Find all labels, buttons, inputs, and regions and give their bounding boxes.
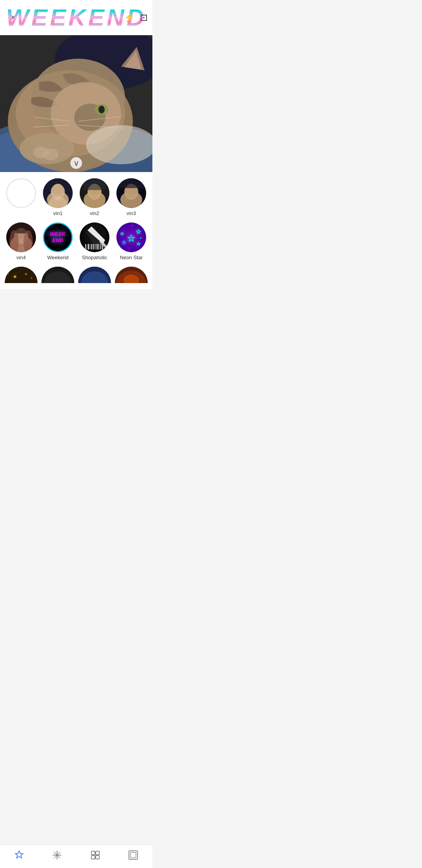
svg-point-65 <box>140 237 141 239</box>
svg-rect-52 <box>93 244 94 249</box>
filter-vin2[interactable]: vin2 <box>78 178 111 216</box>
svg-text:★: ★ <box>122 240 126 245</box>
svg-rect-49 <box>88 244 89 249</box>
filter-partial-4-circle <box>115 267 148 283</box>
svg-text:★: ★ <box>13 273 18 280</box>
svg-rect-47 <box>85 244 86 249</box>
svg-rect-55 <box>97 244 98 249</box>
filter-partial-2-circle <box>41 267 74 283</box>
filter-vin4-preview <box>6 222 36 252</box>
filter-vin2-preview <box>80 178 109 208</box>
filter-partial-2[interactable] <box>41 267 74 283</box>
weekend-filter-text: WEEKEND <box>50 231 66 243</box>
svg-rect-56 <box>99 244 100 249</box>
filter-vin1-preview <box>43 178 73 208</box>
filter-none-circle <box>6 178 36 208</box>
filter-vin3-label: vin3 <box>127 210 136 216</box>
svg-rect-50 <box>90 244 90 249</box>
filter-partial-1[interactable]: ★ ★ ★ ★ <box>5 267 38 283</box>
filter-vin4[interactable]: vin4 <box>5 222 38 260</box>
filter-vin3-preview <box>116 178 146 208</box>
svg-point-19 <box>43 149 59 160</box>
svg-rect-51 <box>91 244 92 249</box>
svg-rect-57 <box>100 244 101 249</box>
filter-weekend-label: Weekend <box>47 255 69 260</box>
filter-shopaholic-circle <box>80 222 109 252</box>
filter-vin3-circle <box>116 178 146 208</box>
svg-rect-53 <box>95 244 95 249</box>
svg-rect-35 <box>118 178 144 188</box>
filter-none[interactable] <box>5 178 38 210</box>
collapse-chevron[interactable]: ∨ <box>70 157 82 169</box>
filter-weekend-circle: WEEKEND <box>43 222 73 252</box>
svg-text:★: ★ <box>127 233 135 243</box>
save-icon[interactable]: ⊡ <box>140 12 148 23</box>
svg-rect-30 <box>84 178 106 190</box>
filter-row-1: vin1 vin2 <box>5 178 148 216</box>
svg-rect-48 <box>87 244 87 249</box>
svg-point-10 <box>98 106 105 113</box>
filter-vin2-circle <box>80 178 109 208</box>
filter-partial-1-circle: ★ ★ ★ ★ <box>5 267 38 283</box>
filter-neonstar[interactable]: ★ ★ ★ ★ ★ Neon Star <box>115 222 148 260</box>
svg-point-24 <box>52 184 63 195</box>
filter-vin1-label: vin1 <box>53 210 63 216</box>
svg-text:★: ★ <box>137 242 140 246</box>
header-right-icons: ⚡ ⊡ <box>124 12 148 23</box>
filter-vin4-circle <box>6 222 36 252</box>
svg-rect-68 <box>5 267 38 283</box>
svg-text:★: ★ <box>24 272 28 276</box>
filter-partial-3-circle <box>78 267 111 283</box>
svg-text:★: ★ <box>30 276 33 280</box>
app-header: × WEEKEND ⚡ ⊡ <box>0 0 152 35</box>
photo-container: ∨ <box>0 35 152 172</box>
cat-image <box>0 35 152 172</box>
filter-neonstar-circle: ★ ★ ★ ★ ★ <box>116 222 146 252</box>
svg-text:★: ★ <box>7 272 9 275</box>
filter-vin1-circle <box>43 178 73 208</box>
filter-shopaholic[interactable]: Shopaholic <box>78 222 111 260</box>
filter-partial-3[interactable] <box>78 267 111 283</box>
svg-point-17 <box>20 133 74 164</box>
flash-icon[interactable]: ⚡ <box>124 13 134 23</box>
filter-row-2: vin4 WEEKEND Weekend <box>5 222 148 260</box>
filter-weekend[interactable]: WEEKEND Weekend <box>41 222 74 260</box>
svg-point-66 <box>119 246 120 247</box>
filter-neonstar-label: Neon Star <box>120 255 143 260</box>
svg-text:★: ★ <box>136 228 141 235</box>
filter-vin2-label: vin2 <box>90 210 99 216</box>
svg-rect-54 <box>96 244 97 249</box>
filter-partial-4[interactable] <box>115 267 148 283</box>
filter-vin3[interactable]: vin3 <box>115 178 148 216</box>
filter-vin1[interactable]: vin1 <box>41 178 74 216</box>
filter-row-3: ★ ★ ★ ★ <box>5 267 148 283</box>
svg-text:★: ★ <box>120 231 124 236</box>
filter-shopaholic-label: Shopaholic <box>82 255 107 260</box>
filters-area: vin1 vin2 <box>0 172 152 289</box>
svg-point-67 <box>132 225 133 226</box>
filter-vin4-label: vin4 <box>16 255 26 260</box>
